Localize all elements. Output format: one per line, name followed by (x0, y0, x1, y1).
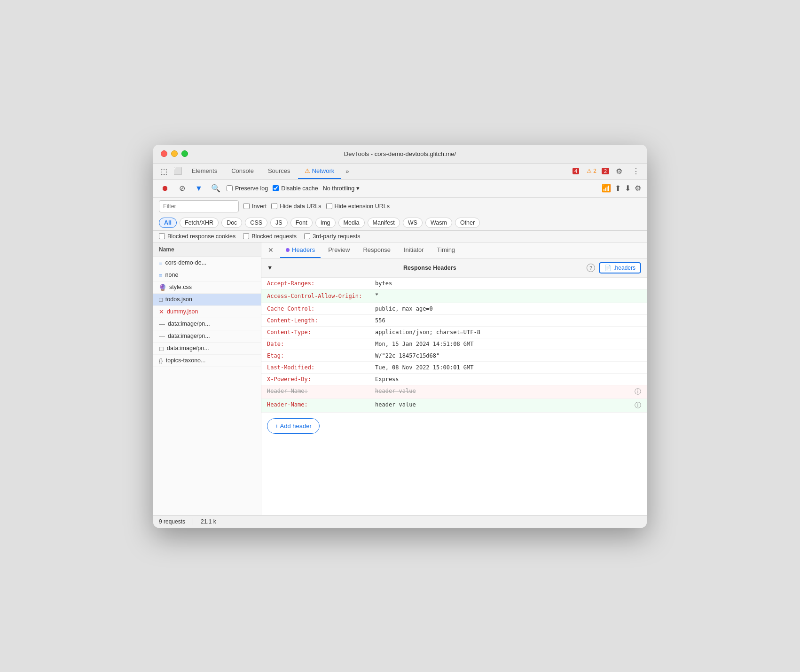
list-item[interactable]: ≡ none (153, 269, 261, 281)
section-triangle-icon: ▼ (267, 265, 273, 271)
headers-content: ▼ Response Headers ? 📄 .headers Accept-R… (261, 258, 647, 515)
invert-label[interactable]: Invert (243, 203, 267, 210)
tab-initiator[interactable]: Initiator (398, 242, 430, 258)
type-btn-doc[interactable]: Doc (221, 218, 242, 228)
download-icon[interactable]: ⬇ (625, 184, 631, 193)
window-title: DevTools - cors-demo-devtools.glitch.me/ (344, 150, 456, 157)
upload-icon[interactable]: ⬆ (615, 184, 621, 193)
left-panel: Name ≡ cors-demo-de... ≡ none 🔮 style.cs… (153, 242, 261, 515)
close-detail-btn[interactable]: ✕ (265, 244, 276, 256)
close-button[interactable] (161, 150, 167, 157)
blocked-requests-label[interactable]: Blocked requests (243, 233, 297, 240)
list-item[interactable]: — data:image/pn... (153, 318, 261, 330)
more-options-icon[interactable]: ⋮ (629, 164, 643, 178)
info-icon[interactable]: ⓘ (635, 388, 641, 396)
image-icon: — (159, 320, 165, 328)
hide-extension-urls-label[interactable]: Hide extension URLs (326, 203, 390, 210)
inspect-icon[interactable]: ⬚ (157, 164, 170, 178)
throttle-dropdown[interactable]: No throttling ▾ (323, 185, 360, 192)
tab-elements[interactable]: Elements (185, 164, 224, 179)
invert-checkbox[interactable] (243, 203, 250, 209)
header-row-last-modified: Last-Modified: Tue, 08 Nov 2022 15:00:01… (261, 362, 647, 374)
hide-data-urls-label[interactable]: Hide data URLs (271, 203, 321, 210)
type-btn-manifest[interactable]: Manifest (368, 218, 400, 228)
type-btn-fetch-xhr[interactable]: Fetch/XHR (180, 218, 219, 228)
type-btn-ws[interactable]: WS (403, 218, 423, 228)
minimize-button[interactable] (171, 150, 178, 157)
request-count: 9 requests (159, 518, 185, 525)
checkbox-bar: Blocked response cookies Blocked request… (153, 231, 647, 242)
search-btn[interactable]: 🔍 (210, 182, 222, 195)
clear-btn[interactable]: ⊘ (176, 182, 188, 195)
disable-cache-label[interactable]: Disable cache (273, 185, 318, 192)
list-item[interactable]: ✕ dummy.json (153, 306, 261, 318)
network-settings-icon[interactable]: ⚙ (635, 184, 641, 193)
filter-input[interactable] (159, 200, 239, 212)
type-btn-all[interactable]: All (159, 218, 177, 228)
title-bar: DevTools - cors-demo-devtools.glitch.me/ (153, 145, 647, 164)
override-badge: 2 (602, 168, 609, 174)
hide-data-urls-checkbox[interactable] (271, 203, 277, 209)
header-row-content-length: Content-Length: 556 (261, 315, 647, 327)
list-item[interactable]: □ todos.json (153, 294, 261, 306)
name-header: Name (153, 242, 261, 257)
hide-extension-urls-checkbox[interactable] (326, 203, 332, 209)
main-content: Name ≡ cors-demo-de... ≡ none 🔮 style.cs… (153, 242, 647, 515)
header-row-x-powered-by: X-Powered-By: Express (261, 374, 647, 385)
header-row-date: Date: Mon, 15 Jan 2024 14:51:08 GMT (261, 338, 647, 350)
filter-bar: Invert Hide data URLs Hide extension URL… (153, 198, 647, 215)
tab-preview[interactable]: Preview (322, 242, 355, 258)
upload-download-area: 📶 ⬆ ⬇ ⚙ (602, 184, 641, 193)
maximize-button[interactable] (181, 150, 188, 157)
header-row-content-type: Content-Type: application/json; charset=… (261, 327, 647, 338)
list-item[interactable]: — data:image/pn... (153, 330, 261, 343)
tab-console[interactable]: Console (225, 164, 260, 179)
preserve-log-checkbox[interactable] (227, 185, 233, 191)
list-item[interactable]: ◻ data:image/pn... (153, 343, 261, 355)
tab-badges: 4 ⚠ 2 2 ⚙ ⋮ (570, 164, 643, 178)
list-item[interactable]: ≡ cors-demo-de... (153, 257, 261, 269)
disable-cache-checkbox[interactable] (273, 185, 279, 191)
filter-icon[interactable]: ▼ (193, 182, 205, 195)
type-btn-img[interactable]: Img (315, 218, 336, 228)
warning-badge: ⚠ 2 (584, 167, 599, 175)
device-toolbar-icon[interactable]: ⬜ (171, 164, 184, 178)
type-btn-js[interactable]: JS (270, 218, 288, 228)
wifi-icon[interactable]: 📶 (602, 184, 611, 193)
third-party-requests-label[interactable]: 3rd-party requests (304, 233, 360, 240)
tab-timing[interactable]: Timing (431, 242, 461, 258)
blocked-response-cookies-label[interactable]: Blocked response cookies (159, 233, 235, 240)
tab-headers[interactable]: Headers (280, 242, 321, 258)
traffic-lights (161, 150, 188, 157)
tab-bar: ⬚ ⬜ Elements Console Sources ⚠Network » … (153, 164, 647, 180)
help-icon[interactable]: ? (587, 264, 595, 272)
status-divider (193, 518, 193, 525)
document-icon: ≡ (159, 259, 163, 266)
add-header-button[interactable]: + Add header (267, 418, 320, 434)
tab-sources[interactable]: Sources (261, 164, 297, 179)
list-item[interactable]: {} topics-taxono... (153, 355, 261, 367)
blocked-response-cookies-checkbox[interactable] (159, 233, 165, 239)
preserve-log-label[interactable]: Preserve log (227, 185, 268, 192)
headers-file-btn[interactable]: 📄 .headers (599, 262, 641, 273)
tab-response[interactable]: Response (357, 242, 396, 258)
list-item[interactable]: 🔮 style.css (153, 281, 261, 294)
detail-tabs: ✕ Headers Preview Response Initiator Tim… (261, 242, 647, 258)
settings-icon[interactable]: ⚙ (612, 164, 626, 178)
more-tabs-button[interactable]: » (342, 165, 353, 178)
css-icon: 🔮 (159, 284, 166, 291)
third-party-requests-checkbox[interactable] (304, 233, 310, 239)
header-row-access-control: Access-Control-Allow-Origin: * (261, 289, 647, 303)
header-row-headername-strikethrough: Header-Name: header value ⓘ (261, 385, 647, 399)
type-btn-font[interactable]: Font (290, 218, 313, 228)
type-filter-bar: All Fetch/XHR Doc CSS JS Font Img Media … (153, 215, 647, 231)
type-btn-css[interactable]: CSS (245, 218, 267, 228)
blocked-requests-checkbox[interactable] (243, 233, 249, 239)
type-btn-other[interactable]: Other (455, 218, 480, 228)
stop-recording-btn[interactable]: ⏺ (159, 182, 171, 195)
type-btn-wasm[interactable]: Wasm (425, 218, 452, 228)
tab-network[interactable]: ⚠Network (298, 164, 341, 179)
info-icon[interactable]: ⓘ (635, 401, 641, 410)
header-row-cache-control: Cache-Control: public, max-age=0 (261, 303, 647, 315)
type-btn-media[interactable]: Media (338, 218, 365, 228)
